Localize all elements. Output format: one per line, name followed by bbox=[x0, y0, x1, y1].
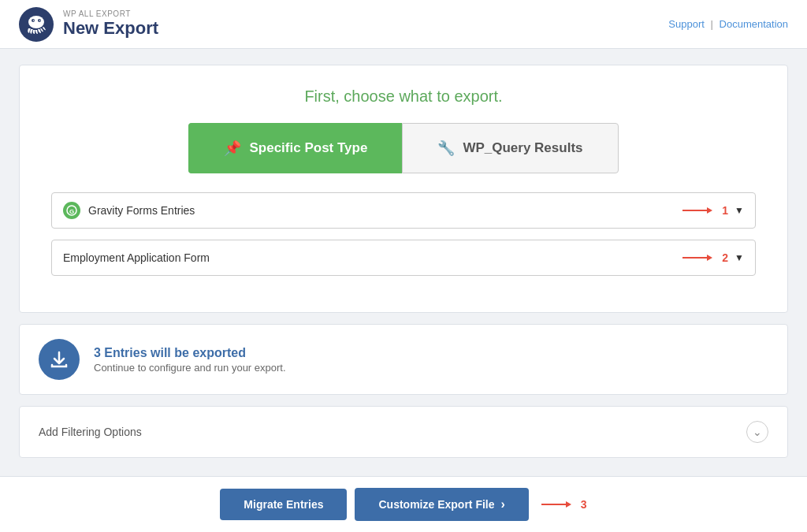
support-link[interactable]: Support bbox=[668, 18, 705, 30]
arrow-1-svg bbox=[678, 204, 717, 217]
svg-point-5 bbox=[39, 20, 41, 21]
annotation-1-num: 1 bbox=[722, 204, 728, 217]
annotation-3: 3 bbox=[537, 498, 587, 511]
svg-point-4 bbox=[33, 20, 35, 21]
post-type-dropdown[interactable]: G Gravity Forms Entries 1 ▼ bbox=[51, 192, 756, 229]
svg-text:G: G bbox=[69, 208, 74, 215]
form-dropdown-row: Employment Application Form 2 ▼ bbox=[51, 240, 756, 276]
dropdown2-value: Employment Application Form bbox=[63, 251, 668, 264]
annotation-2-num: 2 bbox=[722, 251, 728, 264]
export-icon-circle bbox=[39, 339, 80, 380]
svg-marker-13 bbox=[566, 501, 571, 508]
specific-post-type-label: Specific Post Type bbox=[249, 140, 367, 156]
main-content: First, choose what to export. 📌 Specific… bbox=[0, 49, 807, 474]
customize-export-label: Customize Export File bbox=[378, 498, 494, 511]
dropdown1-value: Gravity Forms Entries bbox=[88, 204, 668, 217]
pin-icon: 📌 bbox=[224, 140, 241, 157]
separator: | bbox=[711, 18, 713, 30]
download-icon bbox=[49, 349, 69, 370]
page-footer: Migrate Entries Customize Export File › … bbox=[0, 476, 807, 532]
arrow-2-svg bbox=[678, 251, 717, 264]
type-buttons-row: 📌 Specific Post Type 🔧 WP_Query Results bbox=[51, 123, 756, 173]
migrate-entries-button[interactable]: Migrate Entries bbox=[220, 489, 347, 520]
page-title: New Export bbox=[63, 18, 158, 39]
app-logo bbox=[19, 7, 54, 42]
gravity-forms-icon: G bbox=[63, 202, 80, 219]
annotation-1: 1 bbox=[678, 204, 728, 217]
svg-point-1 bbox=[28, 16, 44, 28]
specific-post-type-button[interactable]: 📌 Specific Post Type bbox=[188, 123, 402, 173]
filtering-card[interactable]: Add Filtering Options ⌄ bbox=[19, 406, 788, 458]
info-card: 3 Entries will be exported Continue to c… bbox=[19, 324, 788, 395]
svg-marker-9 bbox=[707, 207, 712, 214]
header-left: WP ALL EXPORT New Export bbox=[19, 7, 158, 42]
form-dropdown[interactable]: Employment Application Form 2 ▼ bbox=[51, 240, 756, 276]
customize-chevron-icon: › bbox=[501, 497, 505, 512]
annotation-3-num: 3 bbox=[581, 498, 587, 511]
dropdown2-arrow: ▼ bbox=[734, 252, 744, 263]
arrow-3-svg bbox=[537, 498, 576, 511]
wrench-icon: 🔧 bbox=[437, 140, 455, 157]
filter-chevron[interactable]: ⌄ bbox=[746, 421, 768, 443]
export-chooser-card: First, choose what to export. 📌 Specific… bbox=[19, 65, 788, 313]
wpquery-button[interactable]: 🔧 WP_Query Results bbox=[402, 123, 618, 173]
chooser-title: First, choose what to export. bbox=[51, 87, 756, 106]
gf-icon-svg: G bbox=[66, 205, 77, 216]
wpquery-label: WP_Query Results bbox=[463, 140, 582, 156]
customize-export-button[interactable]: Customize Export File › bbox=[355, 488, 528, 521]
dropdown1-arrow: ▼ bbox=[734, 205, 744, 216]
app-header: WP ALL EXPORT New Export Support | Docum… bbox=[0, 0, 807, 49]
export-count: 3 Entries will be exported bbox=[94, 346, 286, 360]
svg-marker-11 bbox=[707, 255, 712, 261]
filter-label: Add Filtering Options bbox=[39, 426, 142, 438]
annotation-2: 2 bbox=[678, 251, 728, 264]
documentation-link[interactable]: Documentation bbox=[720, 18, 788, 30]
app-name: WP ALL EXPORT bbox=[63, 9, 158, 18]
dropdown1-content: G Gravity Forms Entries 1 ▼ bbox=[63, 202, 744, 219]
header-title-block: WP ALL EXPORT New Export bbox=[63, 9, 158, 39]
info-text-block: 3 Entries will be exported Continue to c… bbox=[94, 346, 286, 374]
post-type-dropdown-row: G Gravity Forms Entries 1 ▼ bbox=[51, 192, 756, 229]
dropdown2-content: Employment Application Form 2 ▼ bbox=[63, 251, 744, 264]
header-links: Support | Documentation bbox=[668, 18, 788, 30]
export-sub: Continue to configure and run your expor… bbox=[94, 362, 286, 374]
